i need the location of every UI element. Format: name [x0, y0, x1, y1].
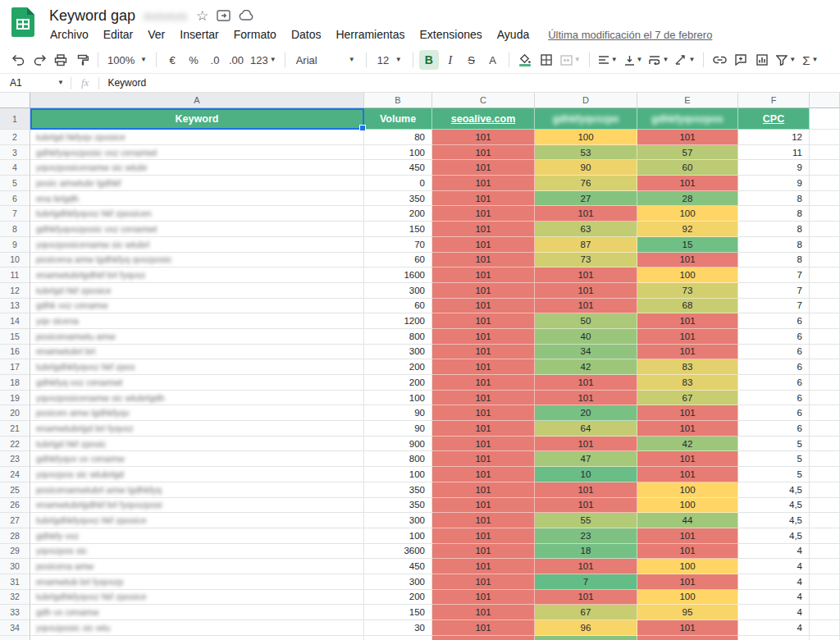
cell-keyword[interactable]: gdhkfyqvxzposic vxz cenamwt: [30, 222, 364, 237]
cell-rank-seoalive[interactable]: 101: [432, 405, 535, 421]
cell-volume[interactable]: 200: [364, 206, 432, 222]
cell-rank-domain-e[interactable]: 101: [637, 130, 738, 145]
cell-cpc[interactable]: 9: [738, 176, 810, 191]
cell-volume[interactable]: 60: [364, 253, 432, 268]
cell-rank-seoalive[interactable]: 101: [432, 345, 535, 360]
cell-rank-domain-d[interactable]: 23: [535, 528, 637, 544]
cell-empty[interactable]: [810, 513, 840, 528]
cell-volume[interactable]: 200: [364, 375, 432, 391]
cell-rank-domain-d[interactable]: [535, 636, 637, 640]
cell-keyword[interactable]: gdhkfy vxz: [30, 528, 364, 544]
cell-cpc[interactable]: 11: [738, 145, 810, 161]
row-header-1[interactable]: 1: [0, 108, 30, 130]
cell-volume[interactable]: 450: [364, 160, 432, 176]
cell-cpc[interactable]: 6: [738, 329, 810, 345]
cell-empty[interactable]: [810, 498, 840, 514]
column-header-c[interactable]: C: [432, 93, 535, 108]
cell-volume[interactable]: 350: [364, 191, 432, 207]
cell-cpc[interactable]: 6: [738, 359, 810, 375]
cell-rank-domain-e[interactable]: 57: [637, 145, 738, 161]
cell-keyword[interactable]: yqvxzpos sic wtubrlgd: [30, 467, 364, 482]
cell-cpc[interactable]: 6: [738, 391, 810, 406]
cell-keyword[interactable]: tubrlgdhkfyqvxz hkf zpos: [30, 359, 364, 375]
cell-keyword[interactable]: gdhk vxz cenamw: [30, 299, 364, 314]
cell-rank-seoalive[interactable]: 101: [432, 329, 535, 345]
cell-c1-domain-seoalive[interactable]: seoalive.com: [432, 108, 535, 130]
cell-cpc[interactable]: 7: [738, 299, 810, 314]
cell-keyword[interactable]: yqvxzposic sic wtu: [30, 620, 364, 636]
cell-cpc[interactable]: 4: [738, 605, 810, 620]
cell-rank-domain-d[interactable]: 50: [535, 313, 637, 329]
cell-volume[interactable]: 3600: [364, 544, 432, 560]
cell-empty[interactable]: [810, 636, 840, 640]
cell-rank-seoalive[interactable]: 101: [432, 222, 535, 237]
cell-rank-domain-d[interactable]: 47: [535, 451, 637, 467]
undo-icon[interactable]: [8, 50, 28, 70]
cell-keyword[interactable]: enamwtubrlgd brl fyqvxz: [30, 421, 364, 437]
row-header-35[interactable]: 35: [0, 636, 30, 640]
cell-rank-domain-d[interactable]: 42: [535, 359, 637, 375]
row-header-16[interactable]: 16: [0, 345, 30, 360]
cell-rank-domain-d[interactable]: 63: [535, 222, 637, 237]
cell-volume[interactable]: 300: [364, 345, 432, 360]
cell-keyword[interactable]: enamwtub brl fyqvxzp: [30, 574, 364, 590]
cell-rank-seoalive[interactable]: 101: [432, 421, 535, 437]
cell-e1-domain-redacted[interactable]: gdhkfyqvxzpos: [637, 108, 738, 130]
cell-rank-domain-e[interactable]: 67: [637, 391, 738, 406]
row-header-25[interactable]: 25: [0, 482, 30, 498]
bold-button[interactable]: B: [419, 50, 439, 70]
cell-rank-domain-d[interactable]: 55: [535, 513, 637, 528]
cell-cpc[interactable]: 4: [738, 620, 810, 636]
cell-volume[interactable]: 100: [364, 528, 432, 544]
cell-keyword[interactable]: posicen amw lgdhkfyqv: [30, 405, 364, 421]
row-header-13[interactable]: 13: [0, 299, 30, 314]
filter-icon[interactable]: ▼: [774, 50, 798, 70]
row-header-24[interactable]: 24: [0, 467, 30, 482]
cell-g1-empty[interactable]: [810, 108, 840, 130]
format-percent-button[interactable]: %: [184, 50, 203, 70]
row-header-4[interactable]: 4: [0, 160, 30, 176]
zoom-control[interactable]: 100%▼: [104, 50, 150, 70]
cell-cpc[interactable]: 8: [738, 253, 810, 268]
row-header-20[interactable]: 20: [0, 405, 30, 421]
menu-item-insertar[interactable]: Insertar: [172, 26, 226, 43]
cell-f1-cpc[interactable]: CPC: [738, 108, 810, 130]
cell-rank-seoalive[interactable]: 101: [432, 437, 535, 452]
cloud-saved-icon[interactable]: [239, 10, 254, 21]
cell-rank-domain-d[interactable]: 73: [535, 253, 637, 268]
cell-empty[interactable]: [810, 313, 840, 329]
cell-rank-domain-d[interactable]: 20: [535, 405, 637, 421]
cell-volume[interactable]: 450: [364, 559, 432, 574]
menu-item-ayuda[interactable]: Ayuda: [490, 26, 536, 43]
cell-volume[interactable]: 150: [364, 222, 432, 237]
cell-rank-domain-d[interactable]: 101: [535, 437, 637, 452]
cell-keyword[interactable]: enamwtubrlgdhkf brl fyqvxzposi: [30, 498, 364, 514]
cell-rank-domain-d[interactable]: 101: [535, 299, 637, 314]
row-header-22[interactable]: 22: [0, 437, 30, 452]
cell-volume[interactable]: 300: [364, 574, 432, 590]
format-currency-button[interactable]: €: [162, 50, 182, 70]
text-wrap-icon[interactable]: ▼: [646, 50, 671, 70]
select-all-corner[interactable]: [0, 93, 30, 108]
cell-rank-domain-e[interactable]: 101: [637, 313, 738, 329]
menu-item-editar[interactable]: Editar: [96, 26, 141, 43]
cell-rank-domain-e[interactable]: 42: [637, 437, 738, 452]
cell-rank-domain-e[interactable]: [637, 636, 738, 640]
cell-rank-seoalive[interactable]: 101: [432, 160, 535, 176]
cell-rank-seoalive[interactable]: 101: [432, 574, 535, 590]
paint-format-icon[interactable]: [72, 50, 92, 70]
cell-rank-domain-e[interactable]: 83: [637, 359, 738, 375]
cell-rank-domain-e[interactable]: 28: [637, 191, 738, 207]
cell-empty[interactable]: [810, 451, 840, 467]
cell-rank-seoalive[interactable]: 101: [432, 253, 535, 268]
row-header-3[interactable]: 3: [0, 145, 30, 161]
cell-volume[interactable]: [364, 636, 432, 640]
cell-cpc[interactable]: 4,5: [738, 513, 810, 528]
row-header-23[interactable]: 23: [0, 451, 30, 467]
font-family-select[interactable]: Arial▼: [291, 50, 360, 70]
cell-rank-domain-e[interactable]: 101: [637, 574, 738, 590]
cell-rank-domain-e[interactable]: 101: [637, 176, 738, 191]
row-header-30[interactable]: 30: [0, 559, 30, 574]
menu-item-archivo[interactable]: Archivo: [43, 26, 96, 43]
cell-cpc[interactable]: 6: [738, 375, 810, 391]
